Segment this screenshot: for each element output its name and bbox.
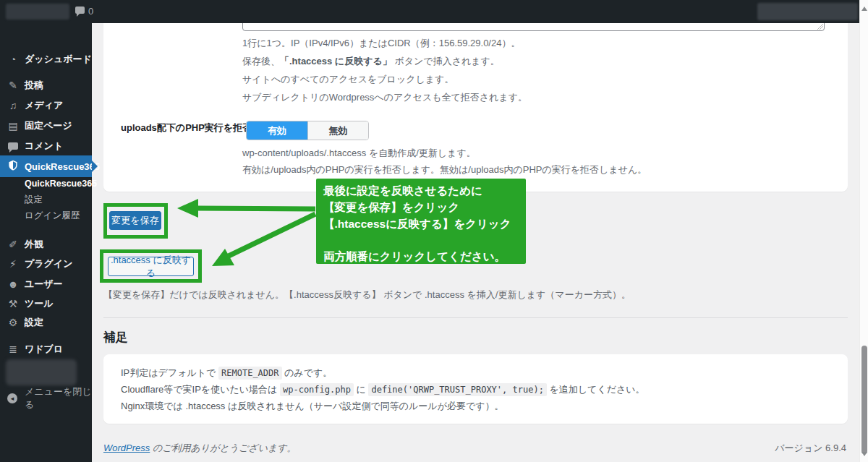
- scrollbar-up-arrow-icon[interactable]: [861, 4, 867, 11]
- hint-line-3: サイトへのすべてのアクセスをブロックします。: [242, 73, 454, 86]
- comments-bubble-icon[interactable]: [75, 7, 85, 14]
- media-icon: ♫: [7, 100, 19, 111]
- submenu-item-quickrescue365[interactable]: QuickRescue365: [0, 176, 92, 191]
- footer-version: バージョン 6.9.4: [775, 442, 846, 455]
- sidebar-item-wadoburo[interactable]: ≣ ワドブロ: [0, 339, 92, 359]
- save-changes-button[interactable]: 変更を保存: [109, 211, 161, 230]
- php-deny-toggle: 有効 無効: [246, 121, 369, 140]
- shield-icon: [7, 160, 19, 173]
- toggle-enabled-button[interactable]: 有効: [247, 121, 307, 140]
- toggle-disabled-button[interactable]: 無効: [307, 121, 368, 140]
- sidebar-item-comments[interactable]: コメント: [0, 136, 92, 156]
- supplement-card: IP判定はデフォルトで REMOTE_ADDR のみです。 Cloudflare…: [103, 354, 848, 424]
- sidebar-item-users[interactable]: ☻ ユーザー: [0, 274, 92, 294]
- sidebar-collapse-menu[interactable]: ◂ メニューを閉じる: [0, 388, 92, 408]
- comment-count[interactable]: 0: [88, 6, 93, 17]
- pages-icon: ▤: [7, 120, 19, 132]
- supplement-line-3: Nginx環境では .htaccess は反映されません（サーバ設定側で同等のル…: [121, 400, 504, 413]
- pin-icon: ✎: [7, 80, 19, 91]
- supplement-line-1: IP判定はデフォルトで REMOTE_ADDR のみです。: [121, 367, 332, 380]
- sidebar-item-media[interactable]: ♫ メディア: [0, 95, 92, 116]
- supplement-line-2: Cloudflare等で実IPを使いたい場合は wp-config.php に …: [121, 383, 645, 396]
- comments-icon: [7, 140, 19, 152]
- admin-bar: 0: [0, 0, 859, 23]
- settings-icon: ⚙: [7, 317, 19, 328]
- appearance-brush-icon: ✐: [7, 239, 19, 250]
- sidebar-item-tools[interactable]: ⚒ ツール: [0, 294, 92, 314]
- user-account-menu[interactable]: [757, 3, 858, 20]
- wadoburo-icon: ≣: [7, 343, 19, 355]
- arrow-to-apply-button: [212, 214, 315, 266]
- scrollbar-down-arrow-icon[interactable]: [861, 452, 867, 459]
- tools-wrench-icon: ⚒: [7, 298, 19, 309]
- redacted-sidebar-item[interactable]: [6, 359, 77, 385]
- admin-sidebar: ◔ ダッシュボード ✎ 投稿 ♫ メディア ▤ 固定ページ コメント Quick…: [0, 23, 92, 462]
- page-scrollbar[interactable]: [859, 0, 868, 462]
- apply-htaccess-button[interactable]: .htaccess に反映する: [108, 257, 194, 276]
- dashboard-icon: ◔: [7, 54, 19, 65]
- site-name-menu[interactable]: [6, 4, 69, 20]
- instruction-callout: 最後に設定を反映させるために 【変更を保存】をクリック 【.htaccessに反…: [316, 179, 526, 264]
- sidebar-item-settings[interactable]: ⚙ 設定: [0, 312, 92, 333]
- footer-thanks: WordPress のご利用ありがとうございます。: [103, 442, 297, 455]
- hint-line-2: 保存後、「.htaccess に反映する」 ボタンで挿入されます。: [242, 55, 500, 68]
- sidebar-item-pages[interactable]: ▤ 固定ページ: [0, 116, 92, 136]
- php-deny-row-label: uploads配下のPHP実行を拒否: [121, 121, 252, 134]
- users-icon: ☻: [7, 278, 19, 290]
- submenu-item-login-history[interactable]: ログイン履歴: [0, 208, 92, 223]
- code-remote-addr: REMOTE_ADDR: [218, 367, 281, 380]
- hint-line-4: サブディレクトリのWordpressへのアクセスも全て拒否されます。: [242, 91, 527, 104]
- sidebar-item-posts[interactable]: ✎ 投稿: [0, 75, 92, 95]
- submenu-item-settings[interactable]: 設定: [0, 192, 92, 207]
- scrollbar-thumb[interactable]: [861, 346, 867, 454]
- collapse-arrow-icon: ◂: [7, 393, 19, 403]
- php-deny-desc-1: wp-content/uploads/.htaccess を自動作成/更新します…: [242, 147, 476, 160]
- reflect-note: 【変更を保存】だけでは反映されません。【.htaccess反映する】 ボタンで …: [103, 288, 848, 301]
- arrow-to-save-button: [177, 199, 315, 218]
- sidebar-item-dashboard[interactable]: ◔ ダッシュボード: [0, 49, 92, 69]
- wordpress-admin-page: 1行に1つ。IP（IPv4/IPv6）またはCIDR（例：156.59.29.0…: [0, 0, 868, 462]
- callout-line-2: 【変更を保存】をクリック: [323, 199, 519, 215]
- callout-line-4: 両方順番にクリックしてください。: [323, 248, 519, 265]
- callout-line-1: 最後に設定を反映させるために: [323, 182, 519, 199]
- wordpress-link[interactable]: WordPress: [103, 442, 150, 453]
- plugin-icon: ⚡: [7, 258, 19, 270]
- sidebar-item-plugins[interactable]: ⚡ プラグイン: [0, 254, 92, 274]
- code-wp-config: wp-config.php: [280, 383, 354, 396]
- callout-line-3: 【.htaccessに反映する】をクリック: [323, 215, 519, 232]
- section-divider: [103, 317, 848, 318]
- sidebar-item-appearance[interactable]: ✐ 外観: [0, 234, 92, 254]
- sidebar-item-quickrescue365[interactable]: QuickRescue365: [0, 155, 92, 177]
- supplement-heading: 補足: [103, 329, 128, 346]
- code-define-proxy: define('QRWP_TRUST_PROXY', true);: [368, 383, 546, 396]
- hint-line-1: 1行に1つ。IP（IPv4/IPv6）またはCIDR（例：156.59.29.0…: [242, 37, 520, 50]
- php-deny-desc-2: 有効は/uploads内のPHPの実行を拒否します。無効は/uploads内のP…: [242, 163, 647, 176]
